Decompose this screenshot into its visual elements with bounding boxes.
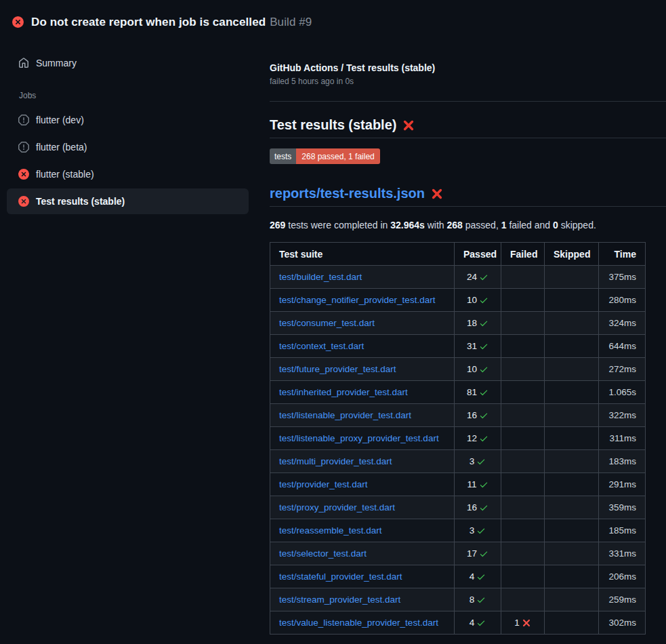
cell-failed xyxy=(501,542,545,565)
cell-skipped xyxy=(545,404,599,427)
cross-mark-icon xyxy=(402,119,415,132)
cell-test-suite: test/builder_test.dart xyxy=(270,266,455,289)
cell-test-suite: test/multi_provider_test.dart xyxy=(270,450,455,473)
col-header-time: Time xyxy=(599,243,646,266)
cell-time: 272ms xyxy=(599,358,646,381)
cell-passed: 31 xyxy=(455,335,501,358)
cell-failed xyxy=(501,381,545,404)
cell-skipped xyxy=(545,358,599,381)
cell-test-suite: test/proxy_provider_test.dart xyxy=(270,496,455,519)
cell-failed xyxy=(501,473,545,496)
sidebar-item-summary[interactable]: Summary xyxy=(7,50,249,76)
sidebar-item-job-0[interactable]: flutter (dev) xyxy=(7,107,249,133)
cell-test-suite: test/stateful_provider_test.dart xyxy=(270,565,455,588)
cell-skipped xyxy=(545,450,599,473)
cell-passed: 4 xyxy=(455,611,501,635)
suite-link[interactable]: test/listenable_proxy_provider_test.dart xyxy=(279,433,439,443)
table-row: test/proxy_provider_test.dart16359ms xyxy=(270,496,646,519)
cell-test-suite: test/listenable_proxy_provider_test.dart xyxy=(270,427,455,450)
cell-test-suite: test/context_test.dart xyxy=(270,335,455,358)
page-header: Do not create report when job is cancell… xyxy=(0,0,666,38)
cell-test-suite: test/listenable_provider_test.dart xyxy=(270,404,455,427)
sidebar-item-job-3[interactable]: Test results (stable) xyxy=(7,188,249,214)
cell-passed: 16 xyxy=(455,404,501,427)
suite-link[interactable]: test/listenable_provider_test.dart xyxy=(279,410,411,420)
test-results-table: Test suite Passed Failed Skipped Time te… xyxy=(270,242,646,635)
suite-link[interactable]: test/inherited_provider_test.dart xyxy=(279,387,408,397)
x-circle-icon xyxy=(18,196,29,207)
cell-time: 206ms xyxy=(599,565,646,588)
cell-passed: 3 xyxy=(455,519,501,542)
table-header-row: Test suite Passed Failed Skipped Time xyxy=(270,243,646,266)
cell-test-suite: test/change_notifier_provider_test.dart xyxy=(270,289,455,312)
cell-time: 359ms xyxy=(599,496,646,519)
table-row: test/consumer_test.dart18324ms xyxy=(270,312,646,335)
suite-link[interactable]: test/change_notifier_provider_test.dart xyxy=(279,295,435,305)
suite-link[interactable]: test/value_listenable_provider_test.dart xyxy=(279,618,438,628)
suite-link[interactable]: test/reassemble_test.dart xyxy=(279,525,382,536)
cell-time: 280ms xyxy=(599,289,646,312)
cell-time: 322ms xyxy=(599,404,646,427)
job-label: flutter (stable) xyxy=(36,169,94,180)
suite-link[interactable]: test/selector_test.dart xyxy=(279,548,367,559)
cell-failed xyxy=(501,496,545,519)
cell-failed xyxy=(501,588,545,611)
cell-test-suite: test/consumer_test.dart xyxy=(270,312,455,335)
summary-line: 269 tests were completed in 32.964s with… xyxy=(270,220,666,230)
cell-failed xyxy=(501,427,545,450)
sidebar: Summary Jobs flutter (dev)flutter (beta)… xyxy=(0,38,259,216)
cross-mark-icon xyxy=(431,188,443,200)
suite-link[interactable]: test/stateful_provider_test.dart xyxy=(279,571,402,582)
jobs-section-label: Jobs xyxy=(19,91,249,100)
sidebar-item-job-2[interactable]: flutter (stable) xyxy=(7,161,249,187)
suite-link[interactable]: test/context_test.dart xyxy=(279,341,364,351)
run-failed-icon xyxy=(12,16,24,28)
table-row: test/stateful_provider_test.dart4206ms xyxy=(270,565,646,588)
cell-skipped xyxy=(545,381,599,404)
tests-badge: tests 268 passed, 1 failed xyxy=(270,148,380,164)
suite-link[interactable]: test/future_provider_test.dart xyxy=(279,364,396,374)
table-row: test/selector_test.dart17331ms xyxy=(270,542,646,565)
cell-passed: 8 xyxy=(455,588,501,611)
run-title: Do not create report when job is cancell… xyxy=(31,16,266,28)
cell-time: 375ms xyxy=(599,266,646,289)
cell-skipped xyxy=(545,542,599,565)
suite-link[interactable]: test/provider_test.dart xyxy=(279,479,368,489)
cell-failed xyxy=(501,519,545,542)
cell-passed: 24 xyxy=(455,266,501,289)
table-row: test/provider_test.dart11291ms xyxy=(270,473,646,496)
cell-skipped xyxy=(545,266,599,289)
home-icon xyxy=(18,58,29,68)
cell-test-suite: test/value_listenable_provider_test.dart xyxy=(270,611,455,635)
cell-passed: 3 xyxy=(455,450,501,473)
suite-link[interactable]: test/builder_test.dart xyxy=(279,272,362,282)
suite-link[interactable]: test/multi_provider_test.dart xyxy=(279,456,392,466)
report-link[interactable]: reports/test-results.json xyxy=(270,184,425,202)
cell-skipped xyxy=(545,519,599,542)
badge-value: 268 passed, 1 failed xyxy=(296,148,379,164)
cell-failed: 1 xyxy=(501,611,545,635)
suite-link[interactable]: test/proxy_provider_test.dart xyxy=(279,502,395,512)
table-row: test/future_provider_test.dart10272ms xyxy=(270,358,646,381)
cell-time: 183ms xyxy=(599,450,646,473)
suite-link[interactable]: test/consumer_test.dart xyxy=(279,318,375,328)
cell-failed xyxy=(501,289,545,312)
cell-test-suite: test/reassemble_test.dart xyxy=(270,519,455,542)
cell-time: 331ms xyxy=(599,542,646,565)
cell-passed: 18 xyxy=(455,312,501,335)
cell-failed xyxy=(501,450,545,473)
cell-time: 259ms xyxy=(599,588,646,611)
breadcrumb: GitHub Actions / Test results (stable) xyxy=(270,62,666,73)
suite-link[interactable]: test/stream_provider_test.dart xyxy=(279,595,400,605)
stop-cancelled-icon xyxy=(18,115,29,125)
page-title: Do not create report when job is cancell… xyxy=(31,16,312,29)
table-row: test/builder_test.dart24375ms xyxy=(270,266,646,289)
sidebar-item-job-1[interactable]: flutter (beta) xyxy=(7,134,249,160)
cell-passed: 11 xyxy=(455,473,501,496)
cell-passed: 12 xyxy=(455,427,501,450)
cell-time: 644ms xyxy=(599,335,646,358)
cell-skipped xyxy=(545,312,599,335)
cell-failed xyxy=(501,358,545,381)
cell-skipped xyxy=(545,473,599,496)
col-header-passed: Passed xyxy=(455,243,501,266)
